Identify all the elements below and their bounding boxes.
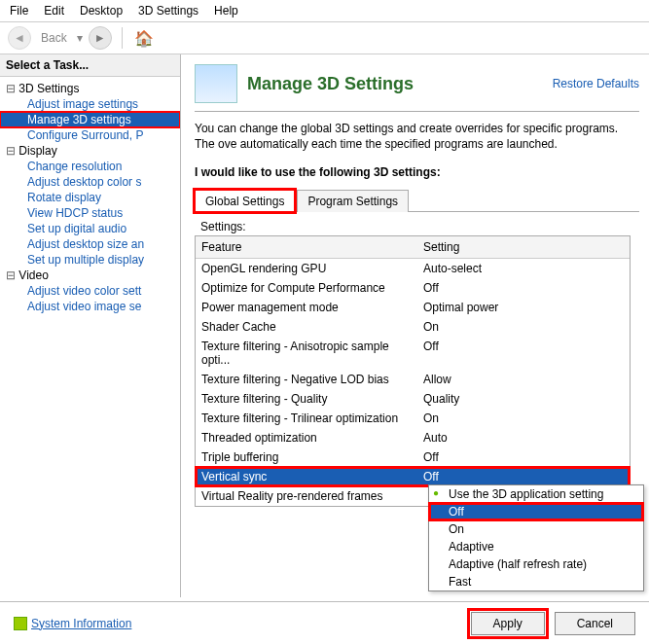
sysinfo-label: System Information	[31, 617, 131, 630]
table-row[interactable]: Shader CacheOn	[196, 317, 630, 337]
col-feature[interactable]: Feature	[196, 236, 417, 258]
cell-feature: Virtual Reality pre-rendered frames	[196, 486, 417, 506]
cell-setting: Allow	[417, 370, 630, 389]
toolbar: ◄ Back ▾ ► 🏠	[0, 22, 649, 54]
col-setting[interactable]: Setting	[417, 236, 630, 258]
menu-edit[interactable]: Edit	[44, 4, 64, 18]
vertical-sync-dropdown[interactable]: Use the 3D application setting Off On Ad…	[428, 484, 644, 591]
table-row[interactable]: Power management modeOptimal power	[196, 298, 630, 317]
menubar: File Edit Desktop 3D Settings Help	[0, 0, 649, 22]
opt-fast[interactable]: Fast	[429, 573, 643, 590]
tabs: Global Settings Program Settings	[195, 189, 639, 212]
sidebar-item-video-color[interactable]: Adjust video color sett	[0, 283, 180, 299]
cell-feature: Vertical sync	[196, 467, 417, 486]
cell-feature: Shader Cache	[196, 317, 417, 337]
menu-help[interactable]: Help	[214, 4, 238, 18]
menu-3d-settings[interactable]: 3D Settings	[138, 4, 198, 18]
cell-feature: Texture filtering - Anisotropic sample o…	[196, 337, 417, 370]
cell-setting: On	[417, 409, 630, 428]
table-row[interactable]: Texture filtering - Negative LOD biasAll…	[196, 370, 630, 389]
opt-on[interactable]: On	[429, 520, 643, 538]
sidebar-item-desktop-color[interactable]: Adjust desktop color s	[0, 174, 180, 190]
table-header: Feature Setting	[196, 236, 630, 259]
sidebar-item-adjust-image[interactable]: Adjust image settings	[0, 96, 180, 112]
task-tree: 3D Settings Adjust image settings Manage…	[0, 77, 180, 597]
table-row[interactable]: OpenGL rendering GPUAuto-select	[196, 259, 630, 278]
sidebar-item-resolution[interactable]: Change resolution	[0, 159, 180, 174]
tree-group-3d[interactable]: 3D Settings	[0, 81, 180, 96]
restore-defaults-link[interactable]: Restore Defaults	[553, 77, 639, 90]
table-row[interactable]: Texture filtering - Anisotropic sample o…	[196, 337, 630, 370]
sidebar-item-surround[interactable]: Configure Surround, P	[0, 127, 180, 143]
sidebar-item-manage-3d[interactable]: Manage 3D settings	[0, 112, 180, 127]
table-row[interactable]: Optimize for Compute PerformanceOff	[196, 278, 630, 298]
cell-setting: Auto-select	[417, 259, 630, 278]
info-icon	[14, 617, 27, 630]
menu-desktop[interactable]: Desktop	[80, 4, 123, 18]
cell-setting: Off	[417, 447, 630, 467]
settings-table: Feature Setting OpenGL rendering GPUAuto…	[195, 235, 631, 507]
sidebar-item-video-image[interactable]: Adjust video image se	[0, 299, 180, 314]
page-icon	[195, 64, 237, 103]
opt-adaptive[interactable]: Adaptive	[429, 538, 643, 555]
table-row[interactable]: Triple bufferingOff	[196, 447, 630, 467]
cell-setting: On	[417, 317, 630, 337]
settings-label: Settings:	[200, 220, 639, 233]
footer: System Information Apply Cancel	[0, 601, 649, 644]
page-description: You can change the global 3D settings an…	[195, 122, 639, 152]
cell-feature: Threaded optimization	[196, 428, 417, 447]
opt-off[interactable]: Off	[429, 503, 643, 520]
sidebar-item-rotate[interactable]: Rotate display	[0, 190, 180, 205]
back-button[interactable]: ◄	[8, 26, 31, 50]
separator	[122, 27, 123, 49]
tab-program[interactable]: Program Settings	[297, 190, 409, 212]
cell-feature: Triple buffering	[196, 447, 417, 467]
cell-feature: Texture filtering - Negative LOD bias	[196, 370, 417, 389]
table-row[interactable]: Threaded optimizationAuto	[196, 428, 630, 447]
sidebar-item-multi-display[interactable]: Set up multiple display	[0, 252, 180, 268]
cancel-button[interactable]: Cancel	[555, 612, 635, 635]
cell-feature: Power management mode	[196, 298, 417, 317]
cell-setting: Off	[417, 278, 630, 298]
tab-global[interactable]: Global Settings	[195, 190, 295, 212]
system-information-link[interactable]: System Information	[14, 617, 131, 630]
sidebar-item-desktop-size[interactable]: Adjust desktop size an	[0, 236, 180, 252]
back-label: Back	[41, 31, 67, 45]
table-row[interactable]: Texture filtering - QualityQuality	[196, 389, 630, 409]
home-icon[interactable]: 🏠	[132, 26, 156, 50]
opt-use-app[interactable]: Use the 3D application setting	[429, 485, 643, 503]
cell-feature: Texture filtering - Trilinear optimizati…	[196, 409, 417, 428]
table-row[interactable]: Texture filtering - Trilinear optimizati…	[196, 409, 630, 428]
forward-button[interactable]: ►	[89, 26, 112, 50]
cell-feature: OpenGL rendering GPU	[196, 259, 417, 278]
sidebar-title: Select a Task...	[0, 54, 180, 77]
tree-group-video[interactable]: Video	[0, 268, 180, 283]
apply-button[interactable]: Apply	[471, 612, 545, 635]
cell-setting: Off	[417, 337, 630, 370]
tree-group-display[interactable]: Display	[0, 143, 180, 159]
sidebar-item-audio[interactable]: Set up digital audio	[0, 221, 180, 236]
cell-setting: Optimal power	[417, 298, 630, 317]
page-title: Manage 3D Settings	[247, 74, 543, 94]
cell-setting: Quality	[417, 389, 630, 409]
sidebar: Select a Task... 3D Settings Adjust imag…	[0, 54, 181, 597]
opt-adaptive-half[interactable]: Adaptive (half refresh rate)	[429, 555, 643, 573]
settings-subhead: I would like to use the following 3D set…	[195, 165, 639, 179]
sidebar-item-hdcp[interactable]: View HDCP status	[0, 205, 180, 221]
back-dropdown-icon[interactable]: ▾	[77, 31, 83, 45]
menu-file[interactable]: File	[10, 4, 28, 18]
cell-feature: Texture filtering - Quality	[196, 389, 417, 409]
cell-feature: Optimize for Compute Performance	[196, 278, 417, 298]
cell-setting: Auto	[417, 428, 630, 447]
